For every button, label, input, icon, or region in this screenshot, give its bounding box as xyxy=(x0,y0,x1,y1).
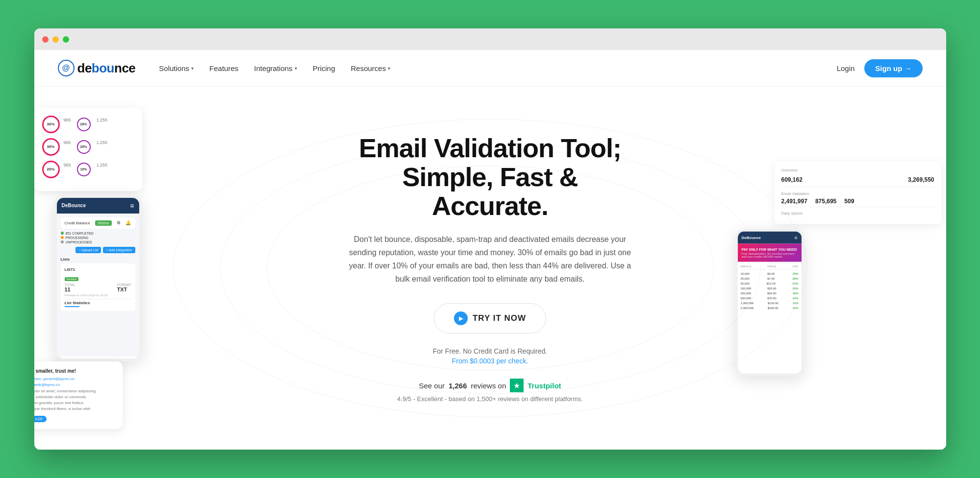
status-rows: 851 COMPLETED PROCESSING UNPROCESSED xyxy=(61,232,135,244)
status-label-processing: PROCESSING xyxy=(66,236,89,239)
pricing-phone-mockup: DeBounce ≡ PAY ONLY FOR WHAT YOU NEED! F… xyxy=(735,229,804,376)
left-screenshots: 30% 965 20% 1,255 30% 965 20% 1,255 xyxy=(34,108,230,429)
status-row-unprocessed: UNPROCESSED xyxy=(61,240,135,244)
trustpilot-brand: Trustpilot xyxy=(528,382,561,390)
close-button[interactable] xyxy=(42,36,49,43)
logo-text: debounce xyxy=(77,61,136,76)
nav-solutions[interactable]: Solutions ▾ xyxy=(159,64,194,72)
stat-nums-3: 965 10% 1,255 xyxy=(64,163,108,176)
nav-resources[interactable]: Resources ▾ xyxy=(351,64,390,72)
total-label: TOTAL xyxy=(65,283,75,287)
dash-overview-row: Overview xyxy=(781,167,934,172)
hero-center: Email Validation Tool; Simple, Fast & Ac… xyxy=(338,134,642,403)
play-icon xyxy=(454,311,468,325)
free-text: For Free. No Credit Card is Required. xyxy=(348,347,632,355)
pp-col-price: PRICE xyxy=(767,264,776,267)
minimize-button[interactable] xyxy=(52,36,59,43)
stats-underline xyxy=(65,306,79,307)
dash-ev-v2: 875,695 xyxy=(815,197,836,204)
text-card-title: o smaller, trust me! xyxy=(34,368,116,374)
nav-pricing[interactable]: Pricing xyxy=(313,64,335,72)
phone-logo: DeBounce xyxy=(62,203,86,208)
dot-completed xyxy=(61,232,64,235)
pp-table-header: EMAILS PRICE CPE xyxy=(741,264,799,269)
pp-row-3: 50,000 $12.00 24% xyxy=(741,281,799,286)
total-val: 11 xyxy=(65,287,75,292)
dash-val2: 3,269,550 xyxy=(908,176,934,183)
lists-label: Lists xyxy=(61,257,135,262)
total-stat: TOTAL 11 xyxy=(65,283,75,292)
phone-header: DeBounce ≡ xyxy=(57,198,139,214)
pp-row-2: 25,000 $7.00 28% xyxy=(741,276,799,281)
maximize-button[interactable] xyxy=(63,36,69,43)
login-button[interactable]: Login xyxy=(837,64,855,72)
nav-integrations[interactable]: Integrations ▾ xyxy=(254,64,297,72)
stat-circle-5: 20% xyxy=(42,161,60,178)
try-it-now-button[interactable]: TRY IT NOW xyxy=(434,303,546,334)
dash-overview-label: Overview xyxy=(781,167,798,172)
pp-banner-title: PAY ONLY FOR WHAT YOU NEED! xyxy=(742,247,798,251)
text-card-body: dolor sit amet, consectetur adipiscingm … xyxy=(34,388,116,412)
pp-col-emails: EMAILS xyxy=(741,264,752,267)
stat-num: 965 xyxy=(64,140,71,154)
chevron-down-icon: ▾ xyxy=(295,66,297,71)
list-statistics-label: List Statistics xyxy=(65,299,131,305)
credit-badge: 500/mo xyxy=(95,220,111,226)
stat-row-2: 30% 965 20% 1,255 xyxy=(42,138,134,156)
stat-num: 965 xyxy=(64,163,71,176)
dash-email-validation: Email Validation 2,491,997 875,695 509 xyxy=(781,187,934,204)
dot-unprocessed xyxy=(61,240,64,243)
format-stat: FORMAT TXT xyxy=(117,283,131,292)
upload-list-btn[interactable]: ↑ Upload List xyxy=(75,247,101,253)
trustpilot-sub: 4.9/5 - Excellent - based on 1,500+ revi… xyxy=(348,395,632,403)
status-label-unprocessed: UNPROCESSED xyxy=(66,240,92,244)
dash-vals-row: 609,162 3,269,550 xyxy=(781,176,934,183)
verified-badge: Verified xyxy=(65,277,78,281)
pp-row-4: 100,000 $20.00 20% xyxy=(741,286,799,290)
trustpilot-row: See our 1,266 reviews on ★ Trustpilot xyxy=(348,379,632,392)
price-value: $0.0003 xyxy=(470,357,495,365)
dash-ds-label: Daily Speed xyxy=(781,211,934,215)
browser-window: debounce Solutions ▾ Features Integratio… xyxy=(34,28,946,450)
phone-mockup-left: DeBounce ≡ Credit Balance 500/mo ⚙ 🔔 xyxy=(54,195,142,361)
dash-ev-v1: 2,491,997 xyxy=(781,197,807,204)
format-val: TXT xyxy=(117,287,131,292)
pricing-phone-header: DeBounce ≡ xyxy=(738,231,802,243)
dash-ev-v3: 509 xyxy=(844,197,854,204)
chevron-down-icon: ▾ xyxy=(388,66,390,71)
hero-subtitle: Don't let bounce, disposable, spam-trap … xyxy=(348,233,632,286)
text-card-line1: debro..poramt@pymu.co xyxy=(34,377,116,381)
status-row-completed: 851 COMPLETED xyxy=(61,232,135,235)
dashboard-card: Overview 609,162 3,269,550 Email Validat… xyxy=(775,161,941,224)
credit-bar: Credit Balance 500/mo ⚙ 🔔 xyxy=(61,217,135,229)
logo-icon xyxy=(58,60,75,76)
page-content: debounce Solutions ▾ Features Integratio… xyxy=(34,50,946,450)
stat-row-3: 20% 965 10% 1,255 xyxy=(42,161,134,178)
text-card: o smaller, trust me! debro..poramt@pymu.… xyxy=(34,361,123,429)
phone-menu-icon: ≡ xyxy=(130,202,134,210)
nav-actions: Login Sign up → xyxy=(837,59,923,77)
pp-body: PAY ONLY FOR WHAT YOU NEED! Free dedupli… xyxy=(738,243,802,313)
dash-val1: 609,162 xyxy=(781,176,803,183)
pp-logo: DeBounce xyxy=(742,235,761,239)
pp-row-8: 2,000,000 $200.00 10% xyxy=(741,305,799,310)
settings-icon: ⚙ xyxy=(117,220,121,225)
stat-nums-1: 965 20% 1,255 xyxy=(64,118,108,131)
navbar: debounce Solutions ▾ Features Integratio… xyxy=(34,50,946,87)
add-integration-btn[interactable]: + Add Integration xyxy=(103,247,135,253)
right-panel-container: DeBounce ≡ PAY ONLY FOR WHAT YOU NEED! F… xyxy=(735,229,946,376)
nav-links: Solutions ▾ Features Integrations ▾ Pric… xyxy=(159,64,836,72)
phone-body: Credit Balance 500/mo ⚙ 🔔 851 COMPLETED xyxy=(57,214,139,357)
stats-card: 30% 965 20% 1,255 30% 965 20% 1,255 xyxy=(34,108,142,191)
dash-ev-vals: 2,491,997 875,695 509 xyxy=(781,197,934,204)
signup-button[interactable]: Sign up → xyxy=(864,59,922,77)
pp-menu-icon: ≡ xyxy=(795,235,798,240)
status-label-completed: 851 COMPLETED xyxy=(66,232,94,235)
text-card-line2: ikaelk@bymu.co xyxy=(34,382,116,387)
chevron-down-icon: ▾ xyxy=(191,66,194,71)
list-date: Finished at: 01/01/2019 01:30:09 xyxy=(65,294,131,297)
logo[interactable]: debounce xyxy=(58,60,136,76)
nav-features[interactable]: Features xyxy=(209,64,238,72)
pp-col-cpe: CPE xyxy=(792,264,798,267)
trustpilot-count: 1,266 xyxy=(449,382,467,390)
